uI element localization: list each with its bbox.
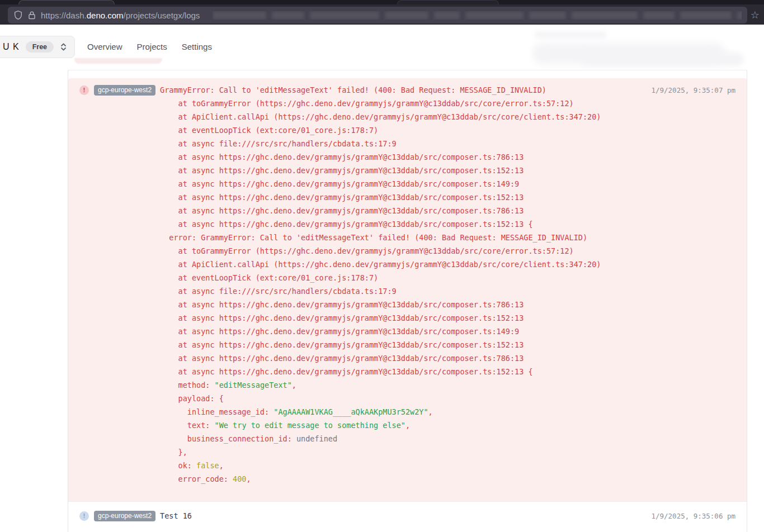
main-nav: Overview Projects Settings xyxy=(87,42,212,51)
redacted-header-item xyxy=(534,31,607,38)
logs-panel[interactable]: ! gcp-europe-west2 GrammyError: Call to … xyxy=(68,70,747,532)
region-badge: gcp-europe-west2 xyxy=(94,85,155,96)
log-message: GrammyError: Call to 'editMessageText' f… xyxy=(160,83,651,486)
log-row[interactable]: ! gcp-europe-west2 GrammyError: Call to … xyxy=(68,78,747,501)
log-row[interactable]: ! gcp-europe-west2 Test 16 1/9/2025, 9:3… xyxy=(68,501,747,528)
redacted-header-item xyxy=(582,53,744,66)
shield-icon[interactable] xyxy=(13,10,23,20)
org-switcher[interactable]: U K Free xyxy=(0,36,75,58)
nav-settings[interactable]: Settings xyxy=(182,42,212,51)
url-path: /projects/usetgx/logs xyxy=(124,11,200,20)
log-timestamp: 1/9/2025, 9:35:07 pm xyxy=(651,86,735,94)
browser-toolbar: https://dash.deno.com/projects/usetgx/lo… xyxy=(0,4,764,25)
info-level-icon: ! xyxy=(79,511,89,521)
log-list-top-spacer xyxy=(68,70,747,78)
url-scheme: https://dash. xyxy=(41,11,87,20)
browser-chrome: https://dash.deno.com/projects/usetgx/lo… xyxy=(0,0,764,25)
log-message: Test 16 xyxy=(160,509,651,522)
nav-overview[interactable]: Overview xyxy=(87,42,122,51)
url-domain: deno.com xyxy=(87,11,124,20)
log-timestamp: 1/9/2025, 9:35:06 pm xyxy=(651,512,735,520)
redacted-url-text xyxy=(213,11,742,20)
address-bar[interactable]: https://dash.deno.com/projects/usetgx/lo… xyxy=(8,7,747,23)
lock-icon[interactable] xyxy=(28,11,36,20)
nav-projects[interactable]: Projects xyxy=(137,42,167,51)
org-name: U K xyxy=(3,42,20,52)
log-list: ! gcp-europe-west2 GrammyError: Call to … xyxy=(68,78,747,528)
bookmark-star-icon[interactable]: ☆ xyxy=(751,8,760,22)
chevron-up-down-icon xyxy=(60,42,67,51)
plan-badge: Free xyxy=(26,41,54,53)
previous-log-row-sliver xyxy=(74,58,162,64)
error-level-icon: ! xyxy=(79,86,89,95)
region-badge: gcp-europe-west2 xyxy=(94,511,155,521)
url-text[interactable]: https://dash.deno.com/projects/usetgx/lo… xyxy=(41,11,200,20)
